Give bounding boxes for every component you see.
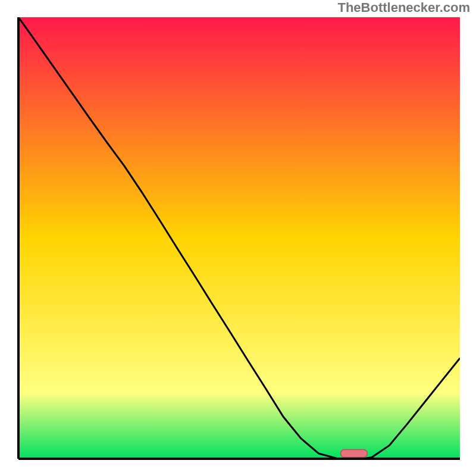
optimum-marker xyxy=(341,450,368,458)
bottleneck-chart xyxy=(0,0,476,476)
chart-container: TheBottlenecker.com xyxy=(0,0,476,476)
gradient-background xyxy=(18,17,460,459)
attribution-label: TheBottlenecker.com xyxy=(337,0,470,15)
